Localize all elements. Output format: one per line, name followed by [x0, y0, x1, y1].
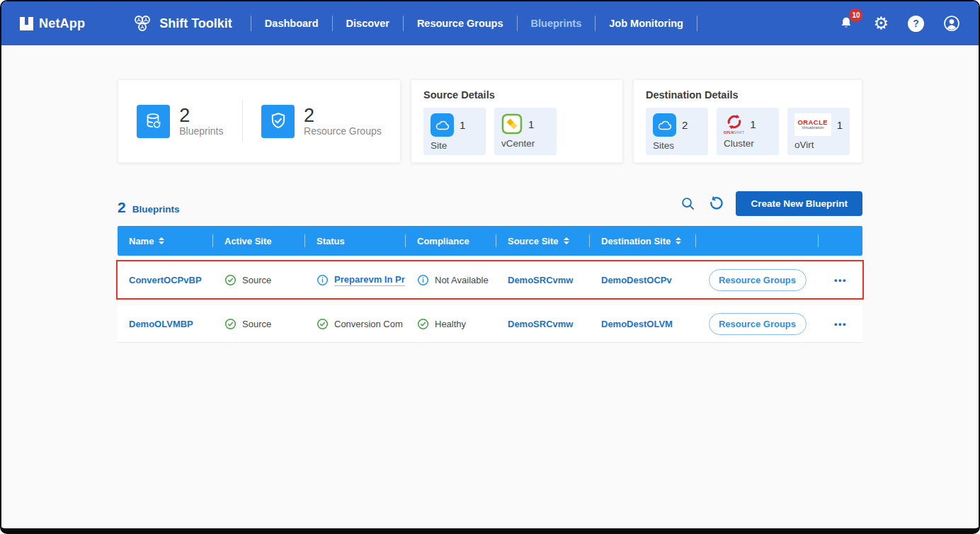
check-circle-icon — [317, 318, 329, 330]
active-site-value: Source — [242, 319, 271, 329]
source-site-tile: 1 Site — [423, 108, 486, 155]
notifications-bell-icon[interactable]: 10 — [838, 15, 854, 32]
blueprints-section-header: 2 Blueprints Create New Blueprint — [118, 191, 862, 216]
column-header-active-site: Active Site — [213, 226, 305, 256]
top-navbar: NetApp Shift Toolkit Dashboard Discover … — [1, 1, 979, 45]
column-header-destination-site[interactable]: Destination Site — [590, 226, 696, 256]
active-site-value: Source — [242, 275, 271, 285]
blueprint-name-link[interactable]: ConvertOCPvBP — [129, 275, 202, 285]
blueprints-table: Name Active Site Status Compliance Sourc… — [118, 226, 862, 342]
source-site-count: 1 — [460, 119, 465, 131]
vcenter-label: vCenter — [501, 138, 549, 149]
source-details-title: Source Details — [423, 89, 610, 101]
check-circle-icon — [224, 318, 237, 330]
column-header-source-site[interactable]: Source Site — [496, 226, 590, 256]
ovirt-tile: ORACLE Virtualization 1 oVirt — [787, 108, 850, 155]
ovirt-count: 1 — [837, 119, 843, 131]
status-link[interactable]: Preparevm In Pr — [334, 274, 405, 286]
check-circle-icon — [417, 318, 429, 330]
openshift-cluster-label: Cluster — [724, 138, 772, 149]
nav-item-job-monitoring[interactable]: Job Monitoring — [596, 18, 697, 29]
help-icon[interactable]: ? — [908, 16, 924, 32]
summary-cards: 2 Blueprints 2 Resource Groups Source De… — [118, 79, 862, 163]
check-circle-icon — [224, 274, 237, 286]
source-details-card: Source Details 1 Site — [411, 79, 623, 163]
source-site-label: Site — [431, 140, 479, 151]
blueprints-section-count: 2 — [118, 199, 126, 216]
column-header-name[interactable]: Name — [118, 226, 213, 256]
status-value: Conversion Com — [334, 319, 403, 329]
oracle-virtualization-label: Virtualization — [802, 125, 824, 130]
settings-gear-icon[interactable]: ⚙ — [873, 15, 889, 32]
search-icon[interactable] — [680, 196, 695, 211]
destination-sites-tile: 2 Sites — [646, 108, 708, 155]
counts-card: 2 Blueprints 2 Resource Groups — [118, 79, 401, 163]
openshift-cluster-count: 1 — [750, 118, 756, 130]
navbar-actions: 10 ⚙ ? — [838, 15, 960, 32]
cloud-icon — [431, 113, 454, 137]
shift-toolkit-logo: Shift Toolkit — [132, 13, 232, 34]
shift-toolkit-icon — [132, 13, 153, 34]
destination-site-value: DemoDestOLVM — [601, 319, 673, 329]
vcenter-icon — [501, 113, 523, 135]
vcenter-tile: 1 vCenter — [494, 108, 557, 155]
info-icon — [317, 274, 329, 286]
info-icon — [417, 274, 429, 286]
nav-item-discover[interactable]: Discover — [333, 18, 403, 29]
compliance-value: Healthy — [435, 319, 466, 329]
blueprints-database-icon — [137, 105, 170, 138]
destination-site-value: DemoDestOCPv — [601, 275, 672, 285]
netapp-mark-icon — [20, 17, 33, 30]
openshift-icon: OPENSHIFT — [724, 113, 744, 135]
notification-badge: 10 — [849, 8, 862, 22]
oracle-wordmark: ORACLE — [798, 119, 828, 126]
sort-icon[interactable] — [676, 237, 681, 244]
app-title: Shift Toolkit — [159, 16, 232, 31]
column-header-compliance: Compliance — [406, 226, 496, 256]
blueprints-section-title: Blueprints — [132, 204, 180, 216]
destination-sites-count: 2 — [682, 119, 688, 131]
resource-groups-count-label: Resource Groups — [304, 125, 382, 137]
source-site-value: DemoSRCvmw — [508, 275, 573, 285]
main-nav: Dashboard Discover Resource Groups Bluep… — [251, 16, 697, 31]
sort-icon[interactable] — [564, 237, 569, 244]
create-new-blueprint-button[interactable]: Create New Blueprint — [736, 191, 862, 216]
blueprints-stat: 2 Blueprints — [137, 105, 223, 138]
openshift-wordmark: OPENSHIFT — [724, 131, 744, 135]
resource-groups-button[interactable]: Resource Groups — [709, 269, 807, 291]
refresh-icon[interactable] — [708, 196, 723, 211]
brand-name: NetApp — [39, 16, 85, 31]
blueprints-count-label: Blueprints — [179, 125, 223, 137]
card-divider — [242, 101, 243, 142]
column-header-actions — [696, 226, 819, 256]
resource-groups-count: 2 — [304, 106, 382, 125]
openshift-cluster-tile: OPENSHIFT 1 Cluster — [717, 108, 779, 155]
vcenter-count: 1 — [528, 118, 534, 130]
destination-sites-label: Sites — [653, 140, 701, 151]
user-avatar-icon[interactable] — [943, 15, 960, 32]
nav-divider — [697, 16, 697, 31]
resource-groups-stat: 2 Resource Groups — [261, 105, 382, 138]
compliance-value: Not Available — [435, 275, 489, 285]
row-menu-icon[interactable]: ••• — [819, 319, 862, 329]
column-header-status: Status — [305, 226, 406, 256]
destination-details-card: Destination Details 2 Sites — [633, 79, 862, 163]
shield-check-icon — [261, 105, 295, 138]
netapp-logo: NetApp — [20, 16, 85, 31]
sort-icon[interactable] — [159, 237, 164, 244]
nav-item-blueprints[interactable]: Blueprints — [518, 18, 596, 29]
destination-details-title: Destination Details — [646, 89, 850, 101]
oracle-virtualization-icon: ORACLE Virtualization — [794, 113, 831, 136]
table-header-row: Name Active Site Status Compliance Sourc… — [118, 226, 862, 256]
nav-item-dashboard[interactable]: Dashboard — [251, 18, 332, 29]
column-header-menu — [819, 226, 862, 256]
cloud-icon — [653, 113, 676, 137]
row-menu-icon[interactable]: ••• — [819, 275, 862, 285]
resource-groups-button[interactable]: Resource Groups — [709, 313, 807, 335]
ovirt-label: oVirt — [794, 140, 843, 150]
nav-item-resource-groups[interactable]: Resource Groups — [404, 18, 517, 29]
table-row[interactable]: DemoOLVMBP Source Conversion Com — [118, 305, 862, 342]
table-row[interactable]: ConvertOCPvBP Source Preparevm In Pr — [118, 261, 862, 298]
source-site-value: DemoSRCvmw — [508, 319, 573, 329]
blueprint-name-link[interactable]: DemoOLVMBP — [129, 319, 193, 329]
